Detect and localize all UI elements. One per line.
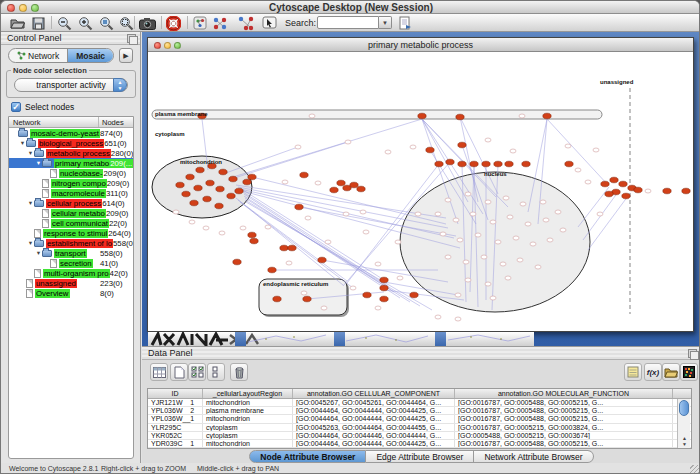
attribute-matrix-icon[interactable] [680,363,698,381]
tree-row-secretion[interactable]: secretion41(0) [9,258,133,268]
tree-column-nodes[interactable]: Nodes [99,117,133,127]
graph-node-small[interactable] [485,138,491,142]
graph-node-small[interactable] [363,230,369,234]
graph-node[interactable] [318,257,326,263]
graph-node-small[interactable] [265,225,271,229]
table-cell[interactable]: YLR295C [148,424,203,431]
float-panel-icon[interactable] [127,34,136,43]
zoom-selected-icon[interactable] [98,15,115,31]
graph-node-small[interactable] [350,286,356,290]
graph-node-small[interactable] [513,236,519,240]
graph-node[interactable] [295,204,303,210]
graph-node[interactable] [458,142,466,148]
graph-node[interactable] [446,159,454,165]
tab-edge-attribute-browser[interactable]: Edge Attribute Browser [366,450,474,463]
graph-node-small[interactable] [325,240,331,244]
graph-node[interactable] [482,161,490,167]
table-vertical-scrollbar[interactable]: ▲ ▼ [677,399,690,448]
expander-icon[interactable]: ▼ [27,240,34,246]
table-cell[interactable]: plasma membrane [203,407,293,414]
scrollbar-thumb[interactable] [679,400,689,416]
graph-node-small[interactable] [345,140,351,144]
new-attribute-icon[interactable] [170,363,188,381]
tree-row-mosaic-demo-yeast[interactable]: mosaic-demo-yeast874(0) [9,128,133,138]
graph-node[interactable] [610,177,618,183]
resize-grip[interactable] [690,465,700,474]
node-color-combobox[interactable]: transporter activity ▲▼ [14,78,128,92]
graph-node-small[interactable] [507,215,513,219]
graph-node[interactable] [663,188,671,194]
graph-node[interactable] [622,193,630,199]
graph-node-small[interactable] [282,180,288,184]
search-input[interactable] [317,16,379,29]
table-cell[interactable]: [GO:0044464, GO:0044444, GO:0044425, G..… [293,440,455,447]
graph-node-small[interactable] [495,240,501,244]
expander-icon[interactable]: ▼ [35,250,42,256]
graph-node-small[interactable] [490,220,496,224]
graph-node[interactable] [634,187,642,193]
graph-node-small[interactable] [475,233,481,237]
graph-node-small[interactable] [510,149,516,153]
graph-node-small[interactable] [560,228,566,232]
graph-node-small[interactable] [301,291,307,295]
tree-row-primary-metabo[interactable]: ▼primary metabo209(... [9,158,133,168]
table-cell[interactable]: [GO:0016787, GO:0005488, GO:0005215, G..… [455,407,673,414]
expander-icon[interactable]: ▼ [19,140,26,146]
graph-node-small[interactable] [240,226,246,230]
graph-node[interactable] [350,182,358,188]
graph-node-small[interactable] [503,196,509,200]
table-cell[interactable]: [GO:0016787, GO:0005488, GO:0005215, G..… [455,415,673,422]
table-row-ylr295c[interactable]: YLR295Ccytoplasm[GO:0045263, GO:0044464,… [148,424,691,432]
table-cell[interactable]: mitochondrion [203,440,293,447]
unselect-attributes-icon[interactable] [207,363,225,381]
select-nodes-checkbox[interactable]: ✓ [11,102,21,112]
table-cell[interactable]: mitochondrion [203,399,293,406]
layout-icon-1[interactable] [211,15,228,31]
tree-row-cellular-metabo[interactable]: cellular metabo209(0) [9,208,133,218]
tree-column-network[interactable]: Network [9,117,99,127]
graph-node[interactable] [215,203,223,209]
graph-node-small[interactable] [309,114,315,118]
combobox-stepper-icon[interactable]: ▲▼ [113,78,127,92]
table-row-ykr052c[interactable]: YKR052Ccytoplasm[GO:0044464, GO:0044446,… [148,432,691,440]
scroll-down-icon[interactable]: ▼ [680,442,689,447]
attribute-editor-icon[interactable] [624,363,642,381]
graph-node-small[interactable] [360,210,366,214]
graph-node[interactable] [235,188,243,194]
graph-node-small[interactable] [500,262,506,266]
graph-node[interactable] [273,296,281,302]
graph-node-small[interactable] [485,200,491,204]
graph-node[interactable] [470,161,478,167]
graph-node-small[interactable] [173,210,179,214]
graph-node-small[interactable] [435,212,441,216]
reindex-search-icon[interactable] [397,15,414,31]
tree-row-cellular-process[interactable]: ▼cellular process614(0) [9,198,133,208]
graph-node-small[interactable] [321,306,327,310]
graph-node-small[interactable] [463,260,469,264]
tab-mosaic[interactable]: Mosaic [68,49,113,62]
graph-node-small[interactable] [485,282,491,286]
table-row-ypl036w-2[interactable]: YPL036W__2plasma membrane[GO:0044464, GO… [148,407,691,415]
column-header-cellularlayoutregion[interactable]: _cellularLayoutRegion [203,389,293,398]
table-cell[interactable]: [GO:0044464, GO:0044446, GO:0044444, G..… [293,432,455,439]
zoom-out-icon[interactable] [56,15,73,31]
graph-node[interactable] [330,187,338,193]
graph-node-small[interactable] [315,181,321,185]
search-dropdown-icon[interactable]: ▼ [379,16,392,29]
graph-node-small[interactable] [645,189,651,193]
graph-node[interactable] [248,174,256,180]
graph-node-small[interactable] [593,148,599,152]
table-cell[interactable]: [GO:0045263, GO:0044464, GO:0044455, G..… [293,424,455,431]
graph-node[interactable] [300,172,308,178]
annotation-icon[interactable] [191,15,208,31]
tree-row-macromolecule[interactable]: macromolecule311(0) [9,188,133,198]
table-cell[interactable]: [GO:0016787, GO:0005488, GO:0005215, G..… [455,399,673,406]
graph-node-small[interactable] [375,306,381,310]
graph-node-small[interactable] [397,276,403,280]
table-cell[interactable]: YJR121W__1 [148,399,203,406]
graph-node-small[interactable] [295,145,301,149]
graph-node-small[interactable] [435,315,441,319]
table-cell[interactable]: [GO:0005488, GO:0005215, GO:0003674] [455,432,673,439]
graph-node[interactable] [216,186,224,192]
window-titlebar[interactable]: Cytoscape Desktop (New Session) [1,1,700,14]
